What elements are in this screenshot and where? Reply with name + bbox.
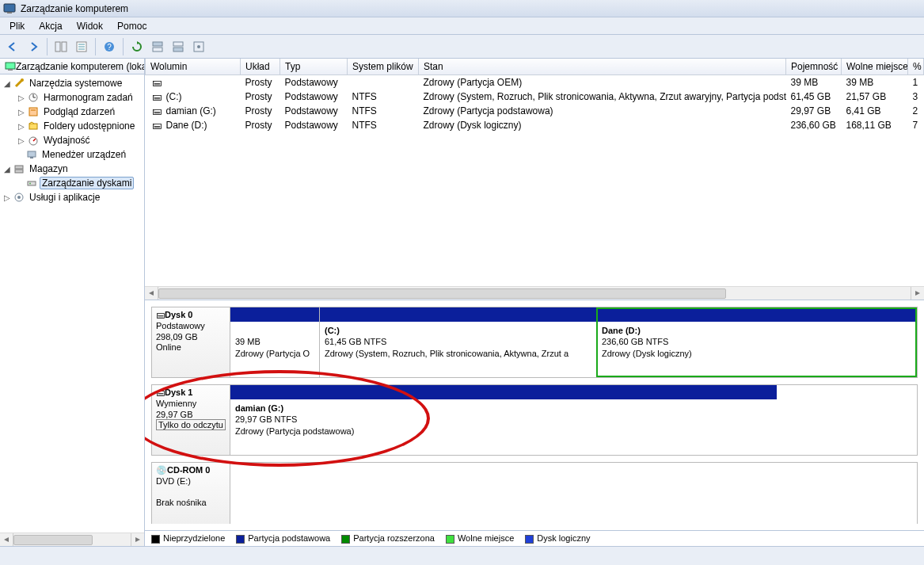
svg-rect-30 [15, 170, 23, 173]
col-uklad[interactable]: Układ [241, 59, 280, 74]
list-icon [75, 40, 88, 53]
disk-info-cd[interactable]: 💿CD-ROM 0 DVD (E:) Brak nośnika [152, 463, 230, 524]
tree-pane: Zarządzanie komputerem (loka ◢ Narzędzia… [0, 59, 145, 546]
tree-node-podglad[interactable]: ▷ Podgląd zdarzeń [0, 105, 144, 119]
view-bottom-icon [172, 40, 184, 53]
menu-akcja[interactable]: Akcja [32, 19, 68, 33]
tree-hscrollbar[interactable]: ◂ ▸ [0, 533, 144, 546]
toolbar-separator [47, 38, 48, 55]
svg-rect-12 [173, 42, 183, 46]
tree-header[interactable]: Zarządzanie komputerem (loka [0, 59, 144, 74]
settings-icon [192, 40, 205, 53]
expand-icon[interactable]: ▷ [17, 94, 25, 102]
shared-folder-icon [27, 120, 40, 132]
settings-button[interactable] [189, 37, 208, 56]
legend-item: Dysk logiczny [525, 533, 590, 544]
volume-hscrollbar[interactable]: ◂ ▸ [145, 286, 924, 300]
device-icon [25, 148, 38, 161]
nav-back-button[interactable] [3, 37, 22, 56]
disk-row-0: 🖴Dysk 0 Podstawowy 298,09 GB Online 39 M… [151, 307, 918, 378]
partition-status: Zdrowy (System, Rozruch, Plik stronicowa… [325, 349, 568, 358]
menu-pomoc[interactable]: Pomoc [111, 19, 153, 33]
disk-graph-area: 🖴Dysk 0 Podstawowy 298,09 GB Online 39 M… [145, 300, 924, 530]
expand-icon[interactable]: ▷ [17, 136, 25, 145]
view-top-icon [151, 40, 164, 53]
svg-rect-17 [8, 69, 13, 71]
tree-node-magazyn[interactable]: ◢ Magazyn [0, 162, 144, 176]
volume-icon: 🖴 [150, 77, 163, 88]
tree-node-uslugi[interactable]: ▷ Usługi i aplikacje [0, 190, 144, 204]
app-icon [3, 2, 16, 15]
toolbar-separator [95, 38, 96, 55]
svg-rect-11 [153, 48, 162, 52]
nav-forward-button[interactable] [24, 37, 43, 56]
volume-table: Wolumin Układ Typ System plików Stan Poj… [145, 59, 924, 132]
help-button[interactable]: ? [100, 37, 119, 56]
tree-label: Magazyn [27, 163, 70, 174]
partition-d[interactable]: Dane (D:) 236,60 GB NTFS Zdrowy (Dysk lo… [596, 307, 917, 377]
svg-point-15 [197, 45, 200, 48]
toolbar: ? [0, 35, 924, 59]
show-hide-console-button[interactable] [51, 37, 70, 56]
disk-info-0[interactable]: 🖴Dysk 0 Podstawowy 298,09 GB Online [152, 307, 230, 377]
disk-title: CD-ROM 0 [167, 465, 210, 475]
col-system[interactable]: System plików [348, 59, 419, 74]
disk-status: Tylko do odczytu [156, 419, 226, 430]
tree-node-menedzer[interactable]: Menedżer urządzeń [0, 147, 144, 162]
disk-row-cd: 💿CD-ROM 0 DVD (E:) Brak nośnika [151, 462, 918, 524]
toolbar-separator [123, 38, 124, 55]
svg-rect-29 [15, 166, 23, 169]
svg-rect-31 [28, 181, 36, 185]
menu-plik[interactable]: Plik [3, 19, 31, 33]
properties-button[interactable] [72, 37, 91, 56]
expand-icon[interactable]: ▷ [17, 122, 25, 131]
outer-hscrollbar[interactable] [0, 546, 924, 565]
tree-node-wydajnosc[interactable]: ▷ Wydajność [0, 133, 144, 147]
col-pojemnosc[interactable]: Pojemność [786, 59, 842, 74]
expand-icon[interactable]: ▷ [3, 193, 11, 202]
collapse-icon[interactable]: ◢ [3, 79, 11, 88]
storage-icon [13, 162, 25, 175]
panels-icon [55, 40, 67, 53]
tree-node-narzedzia[interactable]: ◢ Narzędzia systemowe [0, 76, 144, 90]
svg-point-18 [21, 78, 24, 82]
volume-row[interactable]: 🖴(C:) ProstyPodstawowyNTFS Zdrowy (Syste… [146, 90, 924, 104]
tree-label: Narzędzia systemowe [27, 78, 124, 89]
tree-node-zarzadzanie-dyskami[interactable]: Zarządzanie dyskami [0, 176, 144, 190]
tree-node-foldery[interactable]: ▷ Foldery udostępnione [0, 119, 144, 133]
disk-status: Online [156, 342, 181, 352]
tree-node-harmonogram[interactable]: ▷ Harmonogram zadań [0, 90, 144, 105]
partition-status: Zdrowy (Dysk logiczny) [602, 349, 692, 358]
partition-size: 61,45 GB NTFS [325, 337, 386, 346]
col-typ[interactable]: Typ [280, 59, 348, 74]
volume-icon: 🖴 [150, 105, 163, 116]
volume-row[interactable]: 🖴 ProstyPodstawowy Zdrowy (Partycja OEM)… [146, 74, 924, 90]
expand-icon[interactable]: ▷ [17, 108, 25, 116]
view-bottom-button[interactable] [169, 37, 188, 56]
disk-mgmt-icon [25, 177, 38, 189]
partition-c[interactable]: (C:) 61,45 GB NTFS Zdrowy (System, Rozru… [319, 307, 596, 377]
clock-icon [27, 91, 40, 104]
view-top-button[interactable] [148, 37, 167, 56]
col-stan[interactable]: Stan [419, 59, 786, 74]
volume-icon: 🖴 [150, 91, 163, 102]
disk-info-1[interactable]: 🖴Dysk 1 Wymienny 29,97 GB Tylko do odczy… [152, 385, 230, 455]
svg-rect-1 [7, 12, 12, 13]
col-wolne[interactable]: Wolne miejsce [842, 59, 908, 74]
svg-text:?: ? [107, 43, 112, 52]
partition-size: 29,97 GB NTFS [235, 414, 297, 424]
refresh-button[interactable] [127, 37, 146, 56]
menu-widok[interactable]: Widok [70, 19, 109, 33]
volume-row[interactable]: 🖴Dane (D:) ProstyPodstawowyNTFS Zdrowy (… [146, 118, 924, 132]
svg-rect-22 [29, 108, 37, 116]
col-pct[interactable]: % [908, 59, 924, 74]
event-icon [27, 105, 40, 118]
volume-row[interactable]: 🖴damian (G:) ProstyPodstawowyNTFS Zdrowy… [146, 104, 924, 118]
disk-row-1: 🖴Dysk 1 Wymienny 29,97 GB Tylko do odczy… [151, 384, 918, 456]
partition-g[interactable]: damian (G:) 29,97 GB NTFS Zdrowy (Partyc… [230, 385, 777, 455]
partition-bar [597, 307, 917, 322]
partition-oem[interactable]: 39 MB Zdrowy (Partycja O [230, 307, 319, 377]
col-wolumin[interactable]: Wolumin [146, 59, 241, 74]
collapse-icon[interactable]: ◢ [3, 165, 11, 174]
window-title: Zarządzanie komputerem [21, 3, 128, 14]
